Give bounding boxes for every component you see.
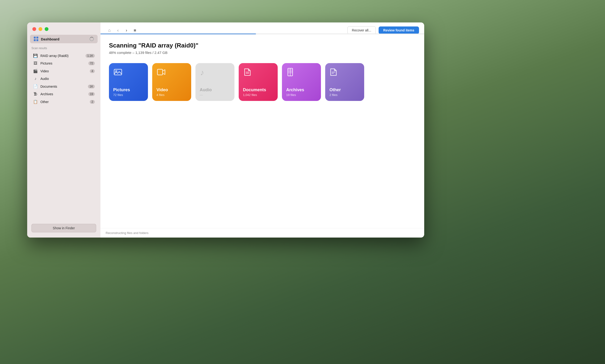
dashboard-icon xyxy=(34,37,39,41)
card-video-icon xyxy=(157,68,166,78)
card-archives-name: Archives xyxy=(286,88,304,93)
card-video-count: 4 files xyxy=(156,93,165,97)
recover-all-button[interactable]: Recover all... xyxy=(348,26,376,34)
svg-rect-2 xyxy=(157,69,163,75)
sidebar-item-video-label: Video xyxy=(40,69,88,73)
card-audio[interactable]: ♪ Audio — xyxy=(195,63,234,101)
content-area: Scanning "RAID array (Raid0)" 48% comple… xyxy=(101,34,424,228)
sidebar-item-archives-badge: 19 xyxy=(88,92,95,96)
card-pictures-name: Pictures xyxy=(113,88,130,93)
home-button[interactable]: ⌂ xyxy=(106,26,113,34)
card-archives[interactable]: Archives 19 files xyxy=(282,63,321,101)
card-other-icon xyxy=(330,68,337,78)
sidebar: Dashboard Scan results 💾 RAID array (Rai… xyxy=(27,23,101,237)
card-archives-icon xyxy=(287,68,294,78)
toolbar-left: ⌂ ‹ › ■ xyxy=(106,26,139,34)
scan-results-section-label: Scan results xyxy=(27,46,101,52)
card-documents-count: 1,042 files xyxy=(243,93,257,97)
card-other-name: Other xyxy=(329,88,341,93)
sidebar-item-documents-badge: 1K xyxy=(88,85,95,88)
raid-icon: 💾 xyxy=(33,53,38,58)
documents-icon: 📄 xyxy=(33,84,38,89)
sidebar-item-video[interactable]: 🎬 Video 4 xyxy=(29,67,99,75)
close-button[interactable] xyxy=(32,27,36,31)
card-other[interactable]: Other 2 files xyxy=(325,63,364,101)
sidebar-item-other-label: Other xyxy=(40,100,88,104)
sidebar-item-other-badge: 2 xyxy=(90,100,95,104)
svg-rect-0 xyxy=(114,69,122,75)
card-pictures-count: 72 files xyxy=(113,93,123,97)
sidebar-item-other[interactable]: 📋 Other 2 xyxy=(29,98,99,106)
card-video[interactable]: Video 4 files xyxy=(152,63,191,101)
window-controls xyxy=(27,23,101,35)
minimize-button[interactable] xyxy=(39,27,42,31)
card-documents-name: Documents xyxy=(243,88,266,93)
sidebar-item-pictures-label: Pictures xyxy=(40,62,86,65)
sidebar-item-pictures-badge: 72 xyxy=(88,62,95,65)
card-audio-name: Audio xyxy=(200,88,212,93)
maximize-button[interactable] xyxy=(45,27,49,31)
other-icon: 📋 xyxy=(33,100,38,104)
card-audio-icon: ♪ xyxy=(200,68,204,77)
card-pictures[interactable]: Pictures 72 files xyxy=(109,63,148,101)
file-cards-grid: Pictures 72 files Video 4 files ♪ xyxy=(109,63,416,101)
card-documents[interactable]: Documents 1,042 files xyxy=(239,63,278,101)
scan-subtitle: 48% complete – 1,139 files / 2.47 GB xyxy=(109,51,416,55)
forward-button[interactable]: › xyxy=(123,26,130,34)
card-pictures-icon xyxy=(114,68,122,78)
sidebar-item-audio[interactable]: ♪ Audio xyxy=(29,75,99,82)
sidebar-item-archives[interactable]: 🗜 Archives 19 xyxy=(29,90,99,98)
archives-icon: 🗜 xyxy=(33,92,38,96)
card-video-name: Video xyxy=(156,88,168,93)
review-found-items-button[interactable]: Review found items xyxy=(379,26,419,34)
svg-point-1 xyxy=(116,70,117,72)
card-audio-count: — xyxy=(200,93,203,97)
show-in-finder-button[interactable]: Show in Finder xyxy=(31,224,96,232)
sidebar-item-video-badge: 4 xyxy=(90,69,95,73)
progress-bar-container xyxy=(101,34,424,34)
scan-title: Scanning "RAID array (Raid0)" xyxy=(109,42,416,49)
app-window: Dashboard Scan results 💾 RAID array (Rai… xyxy=(27,23,424,237)
sidebar-item-documents-label: Documents xyxy=(40,85,86,88)
main-content: ⌂ ‹ › ■ Recover all... Review found item… xyxy=(101,23,424,237)
status-text: Reconstructing files and folders xyxy=(106,231,148,235)
back-button[interactable]: ‹ xyxy=(114,26,122,34)
sidebar-item-archives-label: Archives xyxy=(40,92,86,96)
card-documents-icon xyxy=(244,68,251,78)
sidebar-item-pictures[interactable]: 🖼 Pictures 72 xyxy=(29,60,99,67)
dashboard-item[interactable]: Dashboard xyxy=(30,35,98,43)
card-archives-count: 19 files xyxy=(286,93,296,97)
sidebar-item-audio-label: Audio xyxy=(40,77,95,81)
sidebar-item-raid-label: RAID array (Raid0) xyxy=(40,54,83,58)
toolbar-right: Recover all... Review found items xyxy=(348,26,419,34)
video-icon: 🎬 xyxy=(33,69,38,73)
stop-button[interactable]: ■ xyxy=(131,26,139,34)
audio-icon: ♪ xyxy=(33,77,38,81)
progress-bar-fill xyxy=(101,34,256,34)
toolbar: ⌂ ‹ › ■ Recover all... Review found item… xyxy=(101,23,424,34)
pictures-icon: 🖼 xyxy=(33,61,38,65)
sidebar-item-raid[interactable]: 💾 RAID array (Raid0) 1.1K xyxy=(29,52,99,60)
sidebar-item-raid-badge: 1.1K xyxy=(86,54,95,58)
status-bar: Reconstructing files and folders xyxy=(101,228,424,237)
sidebar-item-documents[interactable]: 📄 Documents 1K xyxy=(29,82,99,90)
dashboard-label: Dashboard xyxy=(41,37,87,41)
card-other-count: 2 files xyxy=(329,93,337,97)
loading-spinner xyxy=(90,37,94,41)
